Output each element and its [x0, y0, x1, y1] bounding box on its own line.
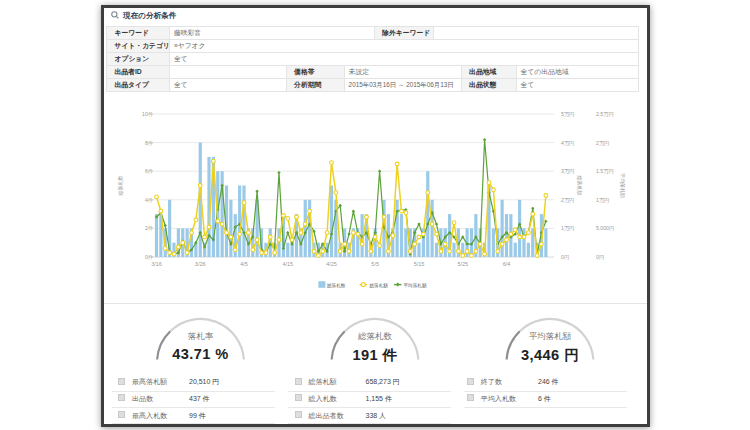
- svg-text:4/15: 4/15: [282, 261, 293, 267]
- svg-text:3万円: 3万円: [561, 168, 574, 174]
- svg-text:6件: 6件: [145, 168, 154, 174]
- svg-text:4万円: 4万円: [561, 140, 574, 146]
- svg-text:10件: 10件: [142, 111, 154, 117]
- svg-text:総落札数: 総落札数: [326, 283, 346, 289]
- svg-text:6/4: 6/4: [503, 261, 511, 267]
- svg-text:1万円: 1万円: [561, 225, 574, 231]
- svg-text:4/25: 4/25: [326, 261, 337, 267]
- svg-text:5/5: 5/5: [371, 261, 379, 267]
- svg-text:4件: 4件: [145, 197, 154, 203]
- svg-text:3/26: 3/26: [195, 261, 206, 267]
- svg-text:5/25: 5/25: [457, 261, 468, 267]
- svg-text:総落札数: 総落札数: [117, 176, 124, 197]
- svg-text:5/15: 5/15: [414, 261, 425, 267]
- svg-text:5,000円: 5,000円: [596, 225, 614, 231]
- svg-text:総落札額: 総落札額: [369, 283, 389, 289]
- svg-text:2件: 2件: [145, 225, 154, 231]
- svg-text:0円: 0円: [561, 254, 569, 260]
- svg-text:平均落札額: 平均落札額: [619, 173, 626, 198]
- svg-text:3/16: 3/16: [151, 261, 162, 267]
- svg-text:1万円: 1万円: [596, 197, 609, 203]
- svg-text:総落札額: 総落札額: [576, 175, 583, 196]
- svg-text:平均落札額: 平均落札額: [404, 282, 427, 289]
- svg-text:8件: 8件: [145, 140, 154, 146]
- svg-text:2万円: 2万円: [596, 140, 609, 146]
- svg-text:0円: 0円: [596, 254, 604, 260]
- svg-text:4/5: 4/5: [240, 261, 248, 267]
- svg-text:1.5万円: 1.5万円: [596, 168, 614, 174]
- svg-text:5万円: 5万円: [561, 111, 574, 117]
- svg-text:2万円: 2万円: [561, 197, 574, 203]
- svg-text:0件: 0件: [145, 254, 154, 260]
- svg-text:2.5万円: 2.5万円: [596, 111, 614, 117]
